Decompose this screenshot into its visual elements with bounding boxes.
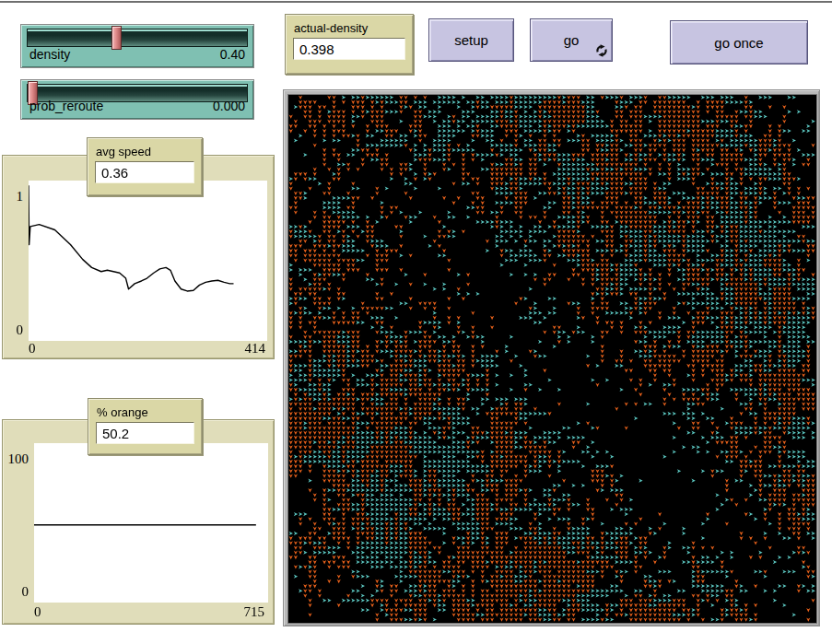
setup-button[interactable]: setup — [428, 18, 514, 62]
percent-orange-ytick-max: 100 — [3, 451, 29, 467]
go-once-button[interactable]: go once — [670, 20, 808, 64]
avg-speed-xtick-max: 414 — [215, 341, 265, 357]
avg-speed-monitor-label: avg speed — [88, 138, 202, 161]
density-slider-track[interactable] — [27, 29, 248, 47]
forever-icon — [595, 44, 608, 57]
percent-orange-ytick-min: 0 — [3, 584, 29, 600]
prob-reroute-slider-value: 0.000 — [213, 99, 245, 113]
netlogo-interface: density 0.40 prob_reroute 0.000 actual-d… — [0, 0, 832, 644]
percent-orange-plot-line — [34, 443, 268, 603]
avg-speed-monitor-value: 0.36 — [95, 161, 194, 183]
actual-density-monitor: actual-density 0.398 — [285, 14, 414, 75]
avg-speed-ytick-min: 0 — [5, 322, 23, 338]
prob-reroute-slider[interactable]: prob_reroute 0.000 — [20, 79, 254, 120]
percent-orange-xtick-min: 0 — [34, 604, 41, 620]
prob-reroute-slider-label: prob_reroute — [29, 99, 103, 113]
density-slider-label: density — [29, 47, 70, 62]
go-button-label: go — [564, 32, 580, 48]
window-top-border — [0, 1, 832, 3]
world-view — [287, 94, 817, 624]
avg-speed-ytick-max: 1 — [5, 189, 23, 205]
avg-speed-xtick-min: 0 — [29, 341, 36, 357]
density-slider[interactable]: density 0.40 — [20, 24, 254, 68]
world-view-frame — [283, 89, 820, 626]
go-button[interactable]: go — [530, 18, 613, 62]
percent-orange-xtick-max: 715 — [213, 604, 264, 620]
actual-density-monitor-value: 0.398 — [293, 38, 405, 60]
percent-orange-monitor-label: % orange — [88, 399, 202, 422]
actual-density-monitor-label: actual-density — [286, 15, 413, 38]
avg-speed-monitor: avg speed 0.36 — [87, 137, 203, 196]
avg-speed-plot-line — [29, 181, 267, 341]
density-slider-value: 0.40 — [220, 47, 245, 62]
go-once-button-label: go once — [714, 35, 763, 51]
setup-button-label: setup — [454, 32, 488, 48]
percent-orange-monitor: % orange 50.2 — [88, 398, 203, 455]
percent-orange-monitor-value: 50.2 — [96, 422, 194, 444]
